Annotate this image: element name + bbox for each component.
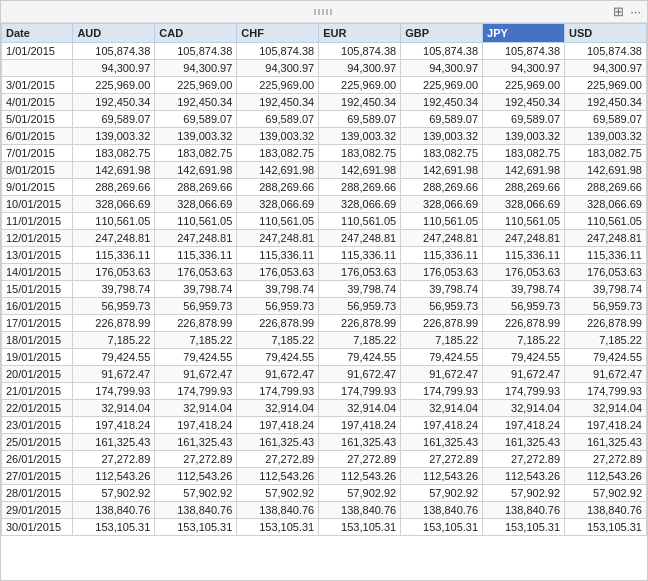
cell-r8-c2: 288,269.66 bbox=[155, 179, 237, 196]
cell-r21-c0: 22/01/2015 bbox=[2, 400, 73, 417]
cell-r1-c4: 94,300.97 bbox=[319, 60, 401, 77]
cell-r24-c2: 27,272.89 bbox=[155, 451, 237, 468]
table-row: 13/01/2015115,336.11115,336.11115,336.11… bbox=[2, 247, 647, 264]
cell-r0-c0: 1/01/2015 bbox=[2, 43, 73, 60]
table-row: 19/01/201579,424.5579,424.5579,424.5579,… bbox=[2, 349, 647, 366]
col-header-jpy[interactable]: JPY bbox=[483, 24, 565, 43]
table-row: 10/01/2015328,066.69328,066.69328,066.69… bbox=[2, 196, 647, 213]
cell-r23-c3: 161,325.43 bbox=[237, 434, 319, 451]
cell-r21-c5: 32,914.04 bbox=[401, 400, 483, 417]
cell-r20-c4: 174,799.93 bbox=[319, 383, 401, 400]
cell-r7-c6: 142,691.98 bbox=[483, 162, 565, 179]
cell-r24-c1: 27,272.89 bbox=[73, 451, 155, 468]
cell-r14-c6: 39,798.74 bbox=[483, 281, 565, 298]
cell-r0-c3: 105,874.38 bbox=[237, 43, 319, 60]
col-header-eur[interactable]: EUR bbox=[319, 24, 401, 43]
cell-r13-c5: 176,053.63 bbox=[401, 264, 483, 281]
cell-r8-c7: 288,269.66 bbox=[565, 179, 647, 196]
cell-r27-c3: 138,840.76 bbox=[237, 502, 319, 519]
cell-r18-c3: 79,424.55 bbox=[237, 349, 319, 366]
cell-r24-c4: 27,272.89 bbox=[319, 451, 401, 468]
cell-r14-c1: 39,798.74 bbox=[73, 281, 155, 298]
cell-r2-c7: 225,969.00 bbox=[565, 77, 647, 94]
cell-r19-c1: 91,672.47 bbox=[73, 366, 155, 383]
cell-r7-c2: 142,691.98 bbox=[155, 162, 237, 179]
table-row: 7/01/2015183,082.75183,082.75183,082.751… bbox=[2, 145, 647, 162]
table-row: 30/01/2015153,105.31153,105.31153,105.31… bbox=[2, 519, 647, 536]
col-header-aud[interactable]: AUD bbox=[73, 24, 155, 43]
cell-r9-c6: 328,066.69 bbox=[483, 196, 565, 213]
cell-r12-c1: 115,336.11 bbox=[73, 247, 155, 264]
cell-r4-c7: 69,589.07 bbox=[565, 111, 647, 128]
cell-r11-c3: 247,248.81 bbox=[237, 230, 319, 247]
table-row: 25/01/2015161,325.43161,325.43161,325.43… bbox=[2, 434, 647, 451]
cell-r25-c1: 112,543.26 bbox=[73, 468, 155, 485]
cell-r10-c3: 110,561.05 bbox=[237, 213, 319, 230]
cell-r0-c4: 105,874.38 bbox=[319, 43, 401, 60]
cell-r13-c1: 176,053.63 bbox=[73, 264, 155, 281]
cell-r5-c0: 6/01/2015 bbox=[2, 128, 73, 145]
cell-r7-c3: 142,691.98 bbox=[237, 162, 319, 179]
cell-r9-c2: 328,066.69 bbox=[155, 196, 237, 213]
cell-r28-c4: 153,105.31 bbox=[319, 519, 401, 536]
cell-r20-c5: 174,799.93 bbox=[401, 383, 483, 400]
cell-r18-c7: 79,424.55 bbox=[565, 349, 647, 366]
cell-r28-c1: 153,105.31 bbox=[73, 519, 155, 536]
cell-r11-c7: 247,248.81 bbox=[565, 230, 647, 247]
cell-r11-c1: 247,248.81 bbox=[73, 230, 155, 247]
cell-r18-c6: 79,424.55 bbox=[483, 349, 565, 366]
cell-r27-c5: 138,840.76 bbox=[401, 502, 483, 519]
col-header-chf[interactable]: CHF bbox=[237, 24, 319, 43]
cell-r25-c4: 112,543.26 bbox=[319, 468, 401, 485]
cell-r20-c1: 174,799.93 bbox=[73, 383, 155, 400]
cell-r22-c2: 197,418.24 bbox=[155, 417, 237, 434]
cell-r6-c0: 7/01/2015 bbox=[2, 145, 73, 162]
col-header-gbp[interactable]: GBP bbox=[401, 24, 483, 43]
table-row: 22/01/201532,914.0432,914.0432,914.0432,… bbox=[2, 400, 647, 417]
cell-r23-c6: 161,325.43 bbox=[483, 434, 565, 451]
cell-r12-c0: 13/01/2015 bbox=[2, 247, 73, 264]
cell-r2-c1: 225,969.00 bbox=[73, 77, 155, 94]
cell-r17-c0: 18/01/2015 bbox=[2, 332, 73, 349]
col-header-cad[interactable]: CAD bbox=[155, 24, 237, 43]
col-header-usd[interactable]: USD bbox=[565, 24, 647, 43]
cell-r7-c7: 142,691.98 bbox=[565, 162, 647, 179]
cell-r17-c5: 7,185.22 bbox=[401, 332, 483, 349]
cell-r16-c5: 226,878.99 bbox=[401, 315, 483, 332]
cell-r3-c2: 192,450.34 bbox=[155, 94, 237, 111]
cell-r2-c3: 225,969.00 bbox=[237, 77, 319, 94]
cell-r25-c5: 112,543.26 bbox=[401, 468, 483, 485]
cell-r25-c2: 112,543.26 bbox=[155, 468, 237, 485]
table-row: 20/01/201591,672.4791,672.4791,672.4791,… bbox=[2, 366, 647, 383]
cell-r13-c4: 176,053.63 bbox=[319, 264, 401, 281]
cell-r25-c7: 112,543.26 bbox=[565, 468, 647, 485]
cell-r20-c6: 174,799.93 bbox=[483, 383, 565, 400]
cell-r9-c1: 328,066.69 bbox=[73, 196, 155, 213]
col-header-date[interactable]: Date bbox=[2, 24, 73, 43]
cell-r27-c1: 138,840.76 bbox=[73, 502, 155, 519]
cell-r23-c2: 161,325.43 bbox=[155, 434, 237, 451]
cell-r9-c0: 10/01/2015 bbox=[2, 196, 73, 213]
cell-r28-c7: 153,105.31 bbox=[565, 519, 647, 536]
cell-r28-c5: 153,105.31 bbox=[401, 519, 483, 536]
cell-r0-c6: 105,874.38 bbox=[483, 43, 565, 60]
cell-r8-c4: 288,269.66 bbox=[319, 179, 401, 196]
cell-r24-c0: 26/01/2015 bbox=[2, 451, 73, 468]
data-table-container[interactable]: DateAUDCADCHFEURGBPJPYUSD 1/01/2015105,8… bbox=[1, 23, 647, 580]
table-row: 6/01/2015139,003.32139,003.32139,003.321… bbox=[2, 128, 647, 145]
cell-r25-c6: 112,543.26 bbox=[483, 468, 565, 485]
cell-r17-c7: 7,185.22 bbox=[565, 332, 647, 349]
cell-r7-c5: 142,691.98 bbox=[401, 162, 483, 179]
cell-r10-c0: 11/01/2015 bbox=[2, 213, 73, 230]
grid-icon[interactable]: ⊞ bbox=[613, 4, 624, 19]
more-icon[interactable]: ··· bbox=[630, 4, 641, 19]
cell-r16-c6: 226,878.99 bbox=[483, 315, 565, 332]
cell-r23-c5: 161,325.43 bbox=[401, 434, 483, 451]
data-table: DateAUDCADCHFEURGBPJPYUSD 1/01/2015105,8… bbox=[1, 23, 647, 536]
cell-r0-c7: 105,874.38 bbox=[565, 43, 647, 60]
cell-r4-c5: 69,589.07 bbox=[401, 111, 483, 128]
cell-r10-c1: 110,561.05 bbox=[73, 213, 155, 230]
cell-r26-c3: 57,902.92 bbox=[237, 485, 319, 502]
cell-r12-c3: 115,336.11 bbox=[237, 247, 319, 264]
cell-r13-c6: 176,053.63 bbox=[483, 264, 565, 281]
